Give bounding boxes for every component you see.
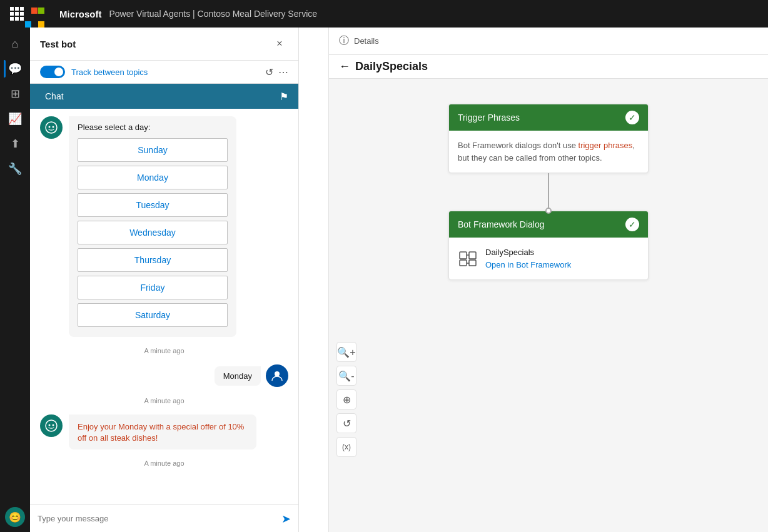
send-button[interactable]: ➤ bbox=[281, 512, 291, 526]
bot-avatar bbox=[40, 116, 63, 139]
dialog-icon bbox=[458, 249, 478, 269]
day-button-tuesday[interactable]: Tuesday bbox=[78, 193, 228, 217]
trigger-check-icon: ✓ bbox=[625, 111, 639, 124]
canvas-toolbar: ← DailySpecials bbox=[329, 55, 768, 79]
connector-dot bbox=[545, 208, 552, 214]
topbar: Microsoft Power Virtual Agents | Contoso… bbox=[0, 0, 768, 28]
track-label: Track between topics bbox=[71, 68, 259, 77]
bot-framework-dialog-card: Bot Framework Dialog ✓ bbox=[448, 211, 649, 280]
chat-input-row: ➤ bbox=[30, 504, 298, 532]
nav-user[interactable]: 😊 bbox=[5, 507, 25, 527]
track-icons: ↺ ⋯ bbox=[265, 66, 288, 78]
canvas-page-title: DailySpecials bbox=[355, 60, 428, 73]
close-button[interactable]: × bbox=[271, 35, 288, 53]
trigger-phrases-body: Bot Framework dialogs don't use trigger … bbox=[449, 131, 648, 173]
trigger-phrases-title: Trigger Phrases bbox=[458, 113, 520, 123]
bot-response-timestamp: A minute ago bbox=[40, 459, 288, 467]
svg-point-6 bbox=[53, 424, 54, 426]
bot-response-row: Enjoy your Monday with a special offer o… bbox=[40, 414, 288, 449]
chat-tab-bar: Chat ⚑ bbox=[30, 84, 298, 109]
svg-rect-9 bbox=[460, 260, 467, 266]
bot-response-text: Enjoy your Monday with a special offer o… bbox=[78, 422, 244, 443]
canvas-header: ⓘ Details bbox=[329, 28, 768, 55]
svg-point-1 bbox=[49, 126, 51, 128]
chat-panel-title: Test bot bbox=[40, 39, 76, 49]
svg-rect-10 bbox=[469, 260, 476, 266]
bot-framework-title: Bot Framework Dialog bbox=[458, 219, 545, 229]
user-bubble: Monday bbox=[215, 366, 261, 386]
svg-rect-8 bbox=[469, 252, 476, 259]
left-nav: ⌂ 💬 ⊞ 📈 ⬆ 🔧 😊 bbox=[0, 28, 30, 532]
dialog-info: DailySpecials Open in Bot Framework bbox=[485, 246, 571, 271]
toolbar-strip bbox=[299, 28, 329, 532]
track-toggle[interactable] bbox=[40, 66, 65, 78]
user-avatar bbox=[266, 364, 288, 387]
variable-button[interactable]: (x) bbox=[336, 437, 356, 457]
zoom-out-button[interactable]: 🔍- bbox=[336, 366, 356, 386]
bot-message-timestamp: A minute ago bbox=[40, 347, 288, 354]
refresh-icon[interactable]: ↺ bbox=[265, 66, 273, 78]
open-bot-framework-link[interactable]: Open in Bot Framework bbox=[485, 260, 571, 269]
day-button-friday[interactable]: Friday bbox=[78, 276, 228, 299]
connector-line bbox=[548, 173, 549, 211]
canvas-float-toolbar: 🔍+ 🔍- ⊕ ↺ (x) bbox=[336, 342, 356, 457]
nav-settings[interactable]: 🔧 bbox=[4, 158, 26, 180]
day-button-sunday[interactable]: Sunday bbox=[78, 138, 228, 162]
day-button-saturday[interactable]: Saturday bbox=[78, 303, 228, 327]
chat-panel-header: Test bot × bbox=[30, 28, 298, 61]
chat-tab[interactable]: Chat bbox=[40, 84, 280, 109]
trigger-phrases-card: Trigger Phrases ✓ Bot Framework dialogs … bbox=[448, 104, 649, 173]
details-label: Details bbox=[354, 36, 379, 46]
more-icon[interactable]: ⋯ bbox=[278, 66, 288, 78]
info-icon: ⓘ bbox=[339, 34, 349, 48]
bot-select-day-text: Please select a day: bbox=[78, 123, 228, 132]
zoom-in-button[interactable]: 🔍+ bbox=[336, 342, 356, 362]
svg-point-0 bbox=[46, 122, 57, 133]
target-button[interactable]: ⊕ bbox=[336, 389, 356, 409]
svg-rect-7 bbox=[460, 252, 467, 259]
microsoft-logo bbox=[31, 8, 44, 21]
flag-icon[interactable]: ⚑ bbox=[280, 91, 288, 103]
bot-bubble: Please select a day: Sunday Monday Tuesd… bbox=[69, 116, 236, 337]
day-button-wednesday[interactable]: Wednesday bbox=[78, 221, 228, 244]
user-message-row: Monday bbox=[40, 364, 288, 387]
bot-framework-header: Bot Framework Dialog ✓ bbox=[449, 211, 648, 238]
bot-framework-body: DailySpecials Open in Bot Framework bbox=[449, 238, 648, 279]
nav-topics[interactable]: ⊞ bbox=[4, 83, 26, 105]
nav-publish[interactable]: ⬆ bbox=[4, 133, 26, 155]
canvas-content: Trigger Phrases ✓ Bot Framework dialogs … bbox=[329, 79, 768, 305]
user-message-timestamp: A minute ago bbox=[40, 397, 288, 404]
undo-button[interactable]: ↺ bbox=[336, 413, 356, 433]
topbar-title: Power Virtual Agents | Contoso Meal Deli… bbox=[109, 9, 318, 19]
chat-panel: Test bot × Track between topics ↺ ⋯ Chat… bbox=[30, 28, 299, 532]
svg-point-5 bbox=[49, 424, 51, 426]
nav-home[interactable]: ⌂ bbox=[4, 33, 26, 55]
bot-response-bubble: Enjoy your Monday with a special offer o… bbox=[69, 414, 256, 449]
track-topics-row: Track between topics ↺ ⋯ bbox=[30, 61, 298, 84]
canvas-area: ⓘ Details ← DailySpecials Trigger Phrase… bbox=[329, 28, 768, 532]
bot-message-row: Please select a day: Sunday Monday Tuesd… bbox=[40, 116, 288, 337]
canvas-body: Trigger Phrases ✓ Bot Framework dialogs … bbox=[329, 79, 768, 532]
bot-avatar-2 bbox=[40, 414, 63, 437]
trigger-phrases-header: Trigger Phrases ✓ bbox=[449, 104, 648, 131]
svg-point-3 bbox=[275, 371, 280, 376]
svg-point-2 bbox=[53, 126, 54, 128]
svg-point-4 bbox=[46, 420, 57, 431]
chat-messages: Please select a day: Sunday Monday Tuesd… bbox=[30, 109, 298, 504]
waffle-menu[interactable] bbox=[10, 7, 24, 21]
nav-chat[interactable]: 💬 bbox=[4, 58, 26, 80]
nav-analytics[interactable]: 📈 bbox=[4, 108, 26, 130]
dialog-name: DailySpecials bbox=[485, 246, 571, 259]
day-button-monday[interactable]: Monday bbox=[78, 166, 228, 189]
zoom-in-button[interactable] bbox=[300, 384, 320, 404]
day-button-thursday[interactable]: Thursday bbox=[78, 248, 228, 272]
dialog-check-icon: ✓ bbox=[625, 218, 639, 231]
back-button[interactable]: ← bbox=[339, 60, 350, 73]
card-link-row: DailySpecials Open in Bot Framework bbox=[458, 246, 639, 271]
chat-input[interactable] bbox=[38, 510, 276, 527]
